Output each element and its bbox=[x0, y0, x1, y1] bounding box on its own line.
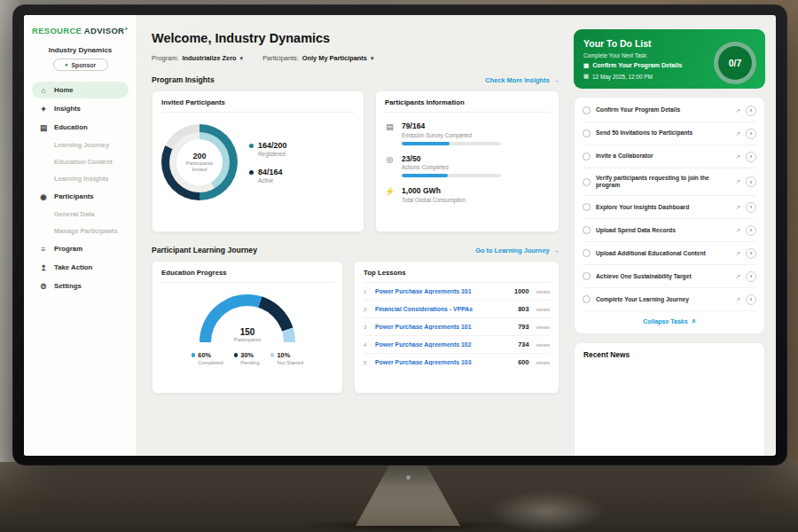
chevron-down-icon: ▾ bbox=[371, 55, 374, 62]
education-gauge-chart: 150 Participants bbox=[200, 294, 295, 342]
todo-next-task[interactable]: ▣ Confirm Your Program Details bbox=[583, 62, 708, 69]
task-checkbox[interactable] bbox=[583, 272, 591, 280]
survey-icon: ▤ bbox=[385, 122, 395, 131]
task-row-upload-educational-content[interactable]: Upload Additional Educational Content ↗ … bbox=[583, 242, 756, 265]
sidebar-item-take-action[interactable]: ↥ Take Action bbox=[32, 259, 129, 276]
task-row-upload-spend-data[interactable]: Upload Spend Data Records ↗ › bbox=[583, 219, 756, 242]
sidebar-item-program[interactable]: ≡ Program bbox=[32, 240, 129, 257]
task-checkbox[interactable] bbox=[583, 249, 591, 257]
lesson-row[interactable]: 4 Power Purchase Agreements 102 734 view… bbox=[364, 336, 550, 354]
sidebar-item-general-data[interactable]: General Data bbox=[32, 207, 129, 222]
task-icon: ▣ bbox=[583, 62, 589, 69]
sidebar-item-home[interactable]: ⌂ Home bbox=[32, 82, 129, 98]
task-row-verify-participants[interactable]: Verify participants requesting to join t… bbox=[583, 168, 756, 196]
top-lessons-card: Top Lessons 1 Power Purchase Agreements … bbox=[354, 261, 559, 394]
task-row-complete-learning-journey[interactable]: Complete Your Learning Journey ↗ › bbox=[583, 288, 756, 311]
task-checkbox[interactable] bbox=[583, 153, 591, 160]
sidebar-item-education-content[interactable]: Education Content bbox=[32, 154, 129, 169]
education-progress-card: Education Progress 150 Participants 60% bbox=[152, 261, 343, 394]
program-dropdown[interactable]: Program: Industrialize Zero ▾ bbox=[152, 54, 243, 62]
card-title: Top Lessons bbox=[364, 269, 550, 283]
todo-title: Your To Do List bbox=[583, 38, 708, 49]
external-link-icon: ↗ bbox=[736, 107, 740, 114]
arrow-right-icon: → bbox=[553, 246, 559, 254]
chevron-right-icon: › bbox=[750, 203, 753, 211]
donut-center-value: 200 bbox=[192, 152, 206, 160]
chevron-right-button[interactable]: › bbox=[746, 176, 756, 187]
task-checkbox[interactable] bbox=[583, 295, 591, 303]
task-checkbox[interactable] bbox=[583, 129, 591, 137]
task-row-send-invitations[interactable]: Send 50 Invitations to Participants ↗ › bbox=[583, 122, 756, 145]
take-action-icon: ↥ bbox=[39, 263, 48, 272]
lesson-rank: 3 bbox=[364, 324, 370, 330]
task-row-achieve-target[interactable]: Achieve One Sustainability Target ↗ › bbox=[583, 265, 756, 288]
task-label: Upload Additional Educational Content bbox=[596, 250, 731, 258]
lesson-views: 803 bbox=[518, 305, 528, 313]
chevron-right-button[interactable]: › bbox=[746, 129, 756, 139]
gauge-center-label: Participants bbox=[200, 337, 295, 342]
task-row-explore-insights[interactable]: Explore Your Insights Dashboard ↗ › bbox=[583, 196, 756, 219]
check-more-insights-link[interactable]: Check More Insights → bbox=[485, 76, 559, 84]
chevron-right-button[interactable]: › bbox=[746, 248, 756, 259]
lesson-title-link[interactable]: Power Purchase Agreements 102 bbox=[375, 341, 512, 348]
progress-bar-fill bbox=[402, 142, 450, 145]
task-checkbox[interactable] bbox=[583, 203, 591, 211]
sidebar-item-learning-insights[interactable]: Learning Insights bbox=[32, 171, 129, 186]
stat-value: 23/50 bbox=[402, 154, 501, 163]
lesson-row[interactable]: 5 Power Purchase Agreements 103 600 view… bbox=[364, 354, 550, 371]
task-label: Verify participants requesting to join t… bbox=[596, 175, 731, 190]
legend-value: 164/200 bbox=[258, 141, 287, 150]
legend-value: 84/164 bbox=[258, 168, 283, 176]
task-checkbox[interactable] bbox=[583, 178, 591, 186]
task-checkbox[interactable] bbox=[583, 226, 591, 234]
chevron-right-icon: › bbox=[750, 272, 753, 280]
sidebar-item-participants[interactable]: ◉ Participants bbox=[32, 188, 129, 205]
chevron-right-button[interactable]: › bbox=[746, 106, 756, 116]
lesson-title-link[interactable]: Power Purchase Agreements 103 bbox=[375, 359, 512, 365]
sidebar-item-label: Home bbox=[54, 86, 74, 94]
external-link-icon: ↗ bbox=[736, 153, 740, 160]
sidebar-item-learning-journey[interactable]: Learning Journey bbox=[32, 137, 129, 153]
monitor-bezel: RESOURCE ADVISOR+ Industry Dynamics ● Sp… bbox=[12, 4, 787, 466]
sidebar-item-insights[interactable]: ✦ Insights bbox=[32, 100, 129, 117]
lesson-title-link[interactable]: Financial Considerations - VPPAs bbox=[375, 306, 512, 312]
sidebar-item-label: Education bbox=[54, 123, 88, 131]
legend-label: Registered bbox=[258, 151, 287, 157]
stat-value: 79/164 bbox=[402, 121, 501, 130]
chevron-right-button[interactable]: › bbox=[746, 152, 756, 162]
app-logo: RESOURCE ADVISOR+ bbox=[32, 26, 129, 35]
chevron-right-button[interactable]: › bbox=[746, 294, 756, 305]
gauge-center-value: 150 bbox=[200, 327, 295, 337]
sidebar-item-label: Insights bbox=[54, 105, 81, 113]
chevron-right-icon: › bbox=[750, 153, 753, 160]
lesson-views-label: views bbox=[536, 359, 550, 365]
go-to-learning-journey-link[interactable]: Go to Learning Journey → bbox=[475, 246, 559, 254]
actions-icon: ◎ bbox=[385, 155, 395, 164]
collapse-tasks-button[interactable]: Collapse Tasks ∧ bbox=[583, 311, 756, 332]
task-row-invite-collaborator[interactable]: Invite a Collaborator ↗ › bbox=[583, 145, 756, 168]
chevron-right-button[interactable]: › bbox=[746, 271, 756, 282]
external-link-icon: ↗ bbox=[736, 204, 740, 211]
chevron-right-icon: › bbox=[750, 178, 753, 186]
gauge-center: 150 Participants bbox=[200, 327, 295, 342]
task-checkbox[interactable] bbox=[583, 106, 591, 114]
participants-dropdown[interactable]: Participants: Only My Participants ▾ bbox=[262, 54, 373, 62]
chevron-right-button[interactable]: › bbox=[746, 202, 756, 213]
chevron-right-button[interactable]: › bbox=[746, 225, 756, 236]
lesson-title-link[interactable]: Power Purchase Agreements 101 bbox=[375, 324, 512, 330]
lesson-title-link[interactable]: Power Purchase Agreements 101 bbox=[375, 288, 509, 294]
sidebar-item-settings[interactable]: ⚙ Settings bbox=[32, 278, 129, 294]
participants-information-card: Participants Information ▤ 79/164 Emissi… bbox=[375, 90, 559, 232]
task-label: Explore Your Insights Dashboard bbox=[596, 204, 731, 212]
legend-label: Active bbox=[258, 177, 287, 184]
progress-bar bbox=[402, 142, 501, 145]
sidebar-item-manage-participants[interactable]: Manage Participants bbox=[32, 223, 129, 239]
lesson-row[interactable]: 1 Power Purchase Agreements 101 1000 vie… bbox=[364, 283, 550, 301]
lesson-row[interactable]: 2 Financial Considerations - VPPAs 803 v… bbox=[364, 301, 550, 318]
gauge-legend: 60% Completed 30% Pending bbox=[161, 351, 333, 365]
lesson-row[interactable]: 3 Power Purchase Agreements 101 793 view… bbox=[364, 318, 550, 336]
sidebar-item-label: Program bbox=[54, 245, 82, 253]
logo-text-primary: RESOURCE bbox=[32, 26, 82, 35]
sidebar-item-education[interactable]: ▤ Education bbox=[32, 119, 129, 136]
task-row-confirm-program[interactable]: Confirm Your Program Details ↗ › bbox=[583, 99, 756, 122]
